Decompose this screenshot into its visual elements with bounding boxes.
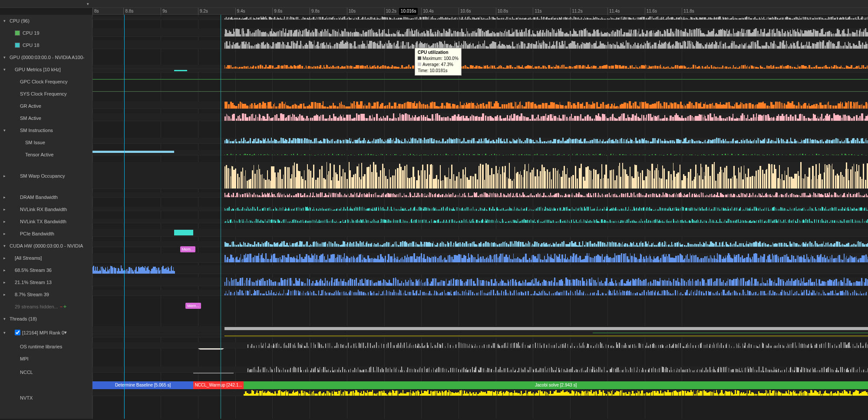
plus-icon[interactable]: ＋ [63, 303, 67, 310]
tree-row[interactable]: Tensor Active [0, 149, 92, 161]
timeline-lane[interactable] [92, 65, 868, 69]
timeline-lane[interactable] [92, 91, 868, 92]
expand-icon[interactable]: ▸ [3, 268, 8, 272]
expand-icon[interactable]: ▸ [3, 174, 8, 178]
timeline-lane[interactable] [92, 40, 868, 49]
collapse-icon[interactable]: ▾ [3, 244, 8, 248]
row-label: OS runtime libraries [20, 344, 62, 349]
tree-row[interactable]: ▸68.5% Stream 36 [0, 264, 92, 276]
tree-row[interactable]: ▸NVLink TX Bandwidth [0, 215, 92, 228]
timeline-lane[interactable] [92, 28, 868, 37]
tree-row[interactable]: ▾SM Instructions [0, 124, 92, 136]
timeline-lane[interactable] [92, 79, 868, 80]
nvtx-warmup[interactable]: NCCL_Warmup [242.1... [193, 381, 244, 389]
tree-row[interactable]: ▾Threads (18) [0, 313, 92, 325]
timeline-lane[interactable] [92, 69, 868, 73]
tree-row[interactable]: 29 streams hidden...− ＋ [0, 301, 92, 313]
expand-icon[interactable]: ▸ [3, 207, 8, 212]
expand-icon[interactable]: ▸ [3, 231, 8, 236]
collapse-icon[interactable]: ▾ [3, 55, 8, 60]
time-ruler[interactable]: 8s8.8s9s9.2s9.4s9.6s9.8s10s10.2s10.4s10.… [92, 8, 868, 15]
tree-row[interactable]: NVTX [0, 392, 92, 404]
timeline-lane[interactable] [92, 367, 868, 373]
timeline-view[interactable]: Mem...Mem...pthread_joinncclGroupEnd [23… [92, 15, 868, 419]
timeline-lane[interactable] [92, 265, 868, 274]
time-marker[interactable]: 10.016s [399, 8, 418, 15]
menu-icon[interactable]: ▾ [64, 330, 67, 335]
ruler-tick: 9.4s [235, 8, 245, 15]
timeline-lane[interactable] [92, 390, 868, 396]
expand-icon[interactable]: ▸ [3, 195, 8, 199]
ruler-tick: 11s [533, 8, 541, 15]
timeline-lane[interactable] [92, 17, 868, 20]
tree-row[interactable]: ▸PCIe Bandwidth [0, 228, 92, 240]
tree-row[interactable]: ▸21.1% Stream 13 [0, 276, 92, 288]
tree-row[interactable]: GR Active [0, 100, 92, 112]
timeline-lane[interactable] [92, 342, 868, 348]
tree-row[interactable]: NCCL [0, 365, 92, 380]
mem-tag[interactable]: Mem... [180, 246, 196, 252]
collapse-icon[interactable]: ▾ [3, 128, 8, 132]
tree-row[interactable]: SM Issue [0, 136, 92, 149]
tree-row[interactable]: GPC Clock Frequency [0, 76, 92, 88]
timeline-lane[interactable] [92, 332, 868, 334]
tree-row[interactable]: CPU 19 [0, 27, 92, 39]
tree-row[interactable]: ▾CUDA HW (0000:03:00.0 - NVIDIA [0, 240, 92, 252]
tooltip-avg: Average: 47.3% [422, 62, 453, 67]
tree-row[interactable]: ▸NVLink RX Bandwidth [0, 203, 92, 215]
gridline [235, 15, 236, 419]
expand-icon[interactable]: ▸ [3, 219, 8, 224]
timeline-lane[interactable] [92, 253, 868, 263]
tree-row[interactable]: ▸DRAM Bandwidth [0, 191, 92, 203]
timeline-lane[interactable] [92, 113, 868, 121]
tree-row[interactable]: SYS Clock Frequency [0, 88, 92, 100]
expand-icon[interactable]: ▸ [3, 280, 8, 284]
timeline-lane[interactable] [92, 207, 868, 211]
menu-dropdown-icon[interactable]: ▾ [87, 2, 89, 6]
tree-row[interactable]: ▾GPU Metrics [10 kHz] [0, 63, 92, 76]
collapse-icon[interactable]: ▾ [3, 67, 8, 72]
tooltip-max: Maximum: 100.0% [422, 56, 459, 61]
tree-row[interactable]: ▸8.7% Stream 39 [0, 288, 92, 301]
tree-row[interactable] [0, 380, 92, 392]
expand-icon[interactable]: ▸ [3, 292, 8, 297]
ruler-tick: 9.6s [272, 8, 282, 15]
timeline-lane[interactable] [92, 229, 868, 237]
tooltip-title: CPU utilization [418, 50, 459, 56]
collapse-icon[interactable]: ▾ [3, 331, 8, 335]
timeline-lane[interactable] [92, 162, 868, 189]
row-checkbox[interactable] [15, 330, 20, 335]
timeline-lane[interactable] [92, 154, 868, 155]
tree-row[interactable]: MPI [0, 353, 92, 365]
mem-tag[interactable]: Mem... [185, 303, 201, 309]
playhead-cursor-secondary[interactable] [221, 15, 221, 419]
tree-row[interactable]: ▾GPU (0000:03:00.0 - NVIDIA A100- [0, 51, 92, 63]
tree-row[interactable]: ▸[All Streams] [0, 252, 92, 264]
timeline-lane[interactable] [92, 101, 868, 109]
tree-row[interactable]: ▾[12164] MPI Rank 0 ▾ [0, 325, 92, 341]
nvtx-baseline[interactable]: Determine Baseline [5.065 s] [92, 381, 193, 389]
tooltip-swatch [418, 63, 421, 66]
tree-row[interactable]: SM Active [0, 112, 92, 124]
timeline-lane[interactable] [92, 138, 868, 144]
tree-row[interactable]: OS runtime libraries [0, 341, 92, 353]
timeline-lane[interactable] [92, 278, 868, 286]
ruler-tick: 9.2s [198, 8, 208, 15]
timeline-lane[interactable] [92, 335, 868, 337]
playhead-cursor[interactable] [124, 15, 125, 419]
timeline-lane[interactable] [92, 290, 868, 296]
timeline-lane[interactable] [92, 326, 868, 331]
tree-row[interactable]: ▾CPU (96) [0, 15, 92, 27]
collapse-icon[interactable]: ▾ [3, 317, 8, 321]
expand-icon[interactable]: ▸ [3, 256, 8, 260]
timeline-lane[interactable] [92, 192, 868, 198]
tree-row[interactable]: CPU 18 [0, 39, 92, 51]
nvtx-solve[interactable]: Jacobi solve [2.943 s] [244, 381, 868, 389]
timeline-lane[interactable] [92, 219, 868, 223]
collapse-icon[interactable]: ▾ [3, 19, 8, 23]
row-label: GPC Clock Frequency [20, 79, 67, 84]
row-label: 29 streams hidden... [15, 304, 58, 309]
timeline-lane[interactable] [92, 241, 868, 247]
tree-row[interactable]: ▸SM Warp Occupancy [0, 161, 92, 191]
row-label: 8.7% Stream 39 [15, 292, 49, 297]
